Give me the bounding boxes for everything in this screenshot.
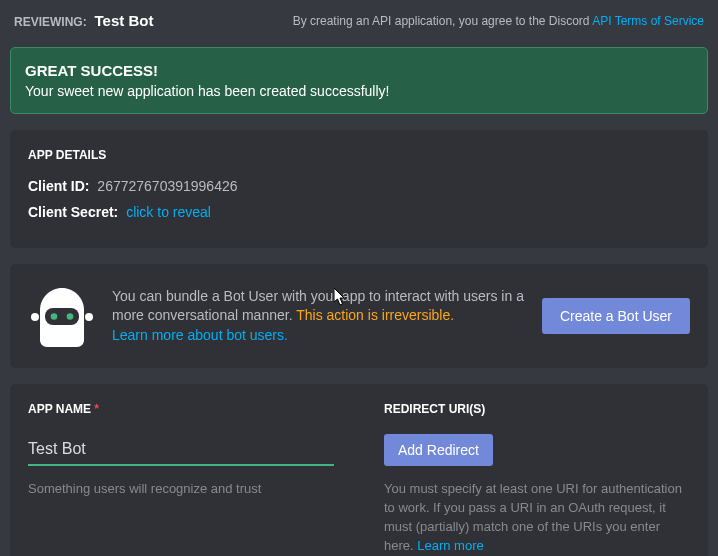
success-message: Your sweet new application has been crea… bbox=[25, 83, 693, 99]
bot-user-panel: You can bundle a Bot User with your app … bbox=[10, 264, 708, 368]
redirect-learn-more-link[interactable]: Learn more bbox=[417, 538, 483, 553]
svg-point-2 bbox=[67, 313, 74, 320]
tos-text: By creating an API application, you agre… bbox=[293, 14, 704, 28]
redirect-uri-label: Redirect URI(s) bbox=[384, 402, 690, 416]
app-name-helper: Something users will recognize and trust bbox=[28, 480, 334, 499]
app-name-section: App Name* Something users will recognize… bbox=[28, 402, 334, 555]
app-name-input[interactable] bbox=[28, 434, 334, 466]
svg-point-3 bbox=[31, 313, 39, 321]
create-bot-user-button[interactable]: Create a Bot User bbox=[542, 298, 690, 334]
app-details-heading: App Details bbox=[28, 148, 690, 162]
irreversible-warning: This action is irreversible. bbox=[296, 307, 454, 323]
add-redirect-button[interactable]: Add Redirect bbox=[384, 434, 493, 466]
reviewing-app-name: Test Bot bbox=[95, 12, 154, 29]
bot-robot-icon bbox=[28, 282, 96, 350]
required-indicator: * bbox=[94, 402, 99, 416]
reviewing-label: Reviewing: bbox=[14, 15, 87, 29]
success-title: Great Success! bbox=[25, 62, 693, 79]
header-bar: Reviewing: Test Bot By creating an API a… bbox=[0, 0, 718, 37]
client-id-label: Client ID: bbox=[28, 178, 89, 194]
redirect-uri-section: Redirect URI(s) Add Redirect You must sp… bbox=[384, 402, 690, 555]
svg-point-4 bbox=[85, 313, 93, 321]
client-secret-row: Client Secret: click to reveal bbox=[28, 204, 690, 220]
bot-description: You can bundle a Bot User with your app … bbox=[112, 287, 526, 346]
learn-bot-users-link[interactable]: Learn more about bot users. bbox=[112, 327, 288, 343]
app-name-label: App Name* bbox=[28, 402, 334, 416]
form-panel: App Name* Something users will recognize… bbox=[10, 384, 708, 556]
reviewing-block: Reviewing: Test Bot bbox=[14, 12, 153, 29]
client-secret-label: Client Secret: bbox=[28, 204, 118, 220]
client-id-row: Client ID: 267727670391996426 bbox=[28, 178, 690, 194]
svg-rect-0 bbox=[45, 308, 79, 325]
tos-link[interactable]: API Terms of Service bbox=[592, 14, 704, 28]
success-banner: Great Success! Your sweet new applicatio… bbox=[10, 47, 708, 114]
reveal-secret-link[interactable]: click to reveal bbox=[126, 204, 211, 220]
client-id-value: 267727670391996426 bbox=[97, 178, 237, 194]
redirect-helper: You must specify at least one URI for au… bbox=[384, 480, 690, 555]
svg-point-1 bbox=[51, 313, 58, 320]
app-details-panel: App Details Client ID: 26772767039199642… bbox=[10, 130, 708, 248]
